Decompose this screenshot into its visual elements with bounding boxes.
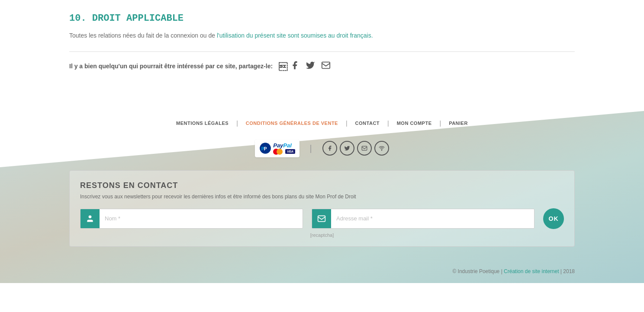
email-input[interactable] — [331, 209, 534, 228]
creation-site-link[interactable]: Création de site internet — [504, 268, 559, 274]
payment-social-separator: | — [310, 143, 312, 153]
email-share-icon[interactable] — [321, 60, 331, 72]
paypal-badge: P P PayPal VISA — [255, 140, 299, 157]
contact-box-subtitle: Inscrivez vous aux newsletters pour rece… — [80, 194, 564, 200]
share-row: Il y a bien quelqu'un qui pourrait être … — [69, 60, 575, 72]
rss-icon[interactable] — [374, 141, 389, 156]
paypal-text: PayPal — [273, 142, 292, 149]
facebook-icon[interactable] — [322, 141, 337, 156]
mastercard-orange-icon — [277, 149, 283, 155]
facebook-share-icon[interactable]:  — [279, 60, 299, 72]
person-icon — [80, 209, 100, 228]
section-number: 10. — [69, 13, 87, 24]
gradient-content: MENTIONS LÉGALES | CONDITIONS GÉNÉRALES … — [0, 81, 644, 283]
footer-bottom: © Industrie Poetique | Création de site … — [0, 260, 644, 283]
section-paragraph: Toutes les relations nées du fait de la … — [69, 31, 575, 41]
contact-form-row: OK — [80, 208, 564, 229]
top-section: 10. DROIT APPLICABLE Toutes les relation… — [0, 0, 644, 81]
svg-rect-7 — [318, 216, 325, 221]
svg-point-6 — [89, 215, 92, 218]
recaptcha-text: [recaptcha] — [80, 232, 564, 238]
nav-cgv[interactable]: CONDITIONS GÉNÉRALES DE VENTE — [238, 121, 346, 126]
copyright-text: © Industrie Poetique — [452, 268, 499, 274]
svg-point-5 — [381, 150, 382, 150]
share-label: Il y a bien quelqu'un qui pourrait être … — [69, 63, 273, 70]
ok-button[interactable]: OK — [543, 208, 564, 229]
gradient-section: MENTIONS LÉGALES | CONDITIONS GÉNÉRALES … — [0, 81, 644, 283]
email-input-group — [312, 209, 535, 229]
svg-text:P: P — [264, 146, 267, 151]
contact-box: RESTONS EN CONTACT Inscrivez vous aux ne… — [69, 170, 575, 247]
name-input-group — [80, 209, 303, 229]
paragraph-link[interactable]: l'utilisation du présent site sont soumi… — [217, 32, 373, 39]
contact-box-title: RESTONS EN CONTACT — [80, 181, 564, 190]
card-icons: VISA — [273, 149, 295, 155]
nav-mentions-legales[interactable]: MENTIONS LÉGALES — [168, 121, 236, 126]
twitter-icon[interactable] — [340, 141, 354, 156]
footer-nav: MENTIONS LÉGALES | CONDITIONS GÉNÉRALES … — [0, 107, 644, 135]
svg-rect-4 — [362, 146, 367, 150]
twitter-share-icon[interactable] — [306, 60, 315, 72]
social-icons-group — [322, 141, 389, 156]
visa-icon: VISA — [285, 149, 295, 154]
email-social-icon[interactable] — [357, 141, 372, 156]
svg-rect-0 — [322, 62, 330, 68]
mail-icon — [312, 209, 331, 228]
nav-panier[interactable]: PANIER — [441, 121, 476, 126]
horizontal-divider — [69, 51, 575, 52]
paypal-logo-icon: P P — [259, 142, 271, 154]
footer-year: | 2018 — [560, 268, 575, 274]
nav-contact[interactable]: CONTACT — [348, 121, 387, 126]
section-title: 10. DROIT APPLICABLE — [69, 13, 575, 24]
section-heading: DROIT APPLICABLE — [92, 13, 184, 24]
nav-mon-compte[interactable]: MON COMPTE — [389, 121, 440, 126]
payment-social-row: P P PayPal VISA | — [0, 140, 644, 157]
name-input[interactable] — [100, 209, 303, 228]
